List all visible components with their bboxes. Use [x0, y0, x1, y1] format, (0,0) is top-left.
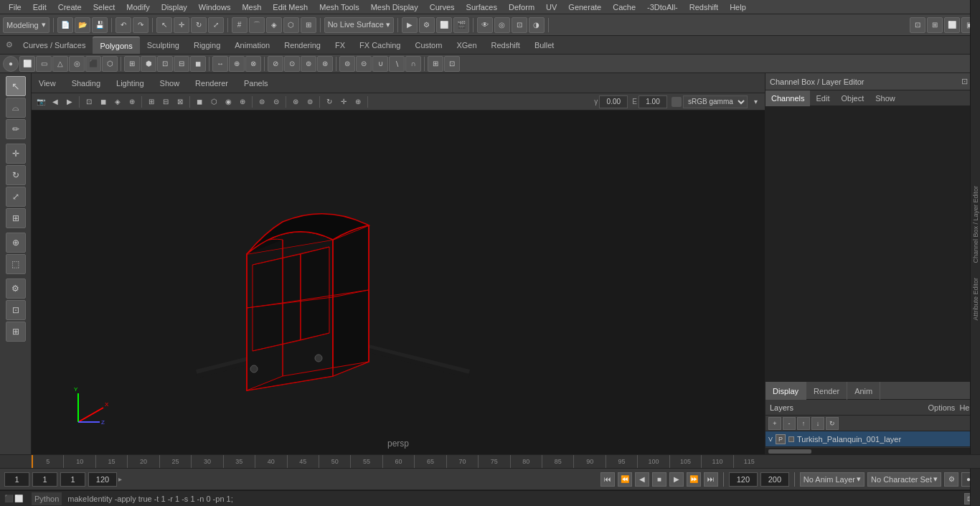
layer-item[interactable]: V P Turkish_Palanquin_001_layer: [765, 431, 980, 447]
live-surface-btn[interactable]: No Live Surface ▾: [324, 17, 394, 33]
snap-view-btn[interactable]: ⊞: [301, 17, 316, 33]
mirror-btn[interactable]: ⊞: [428, 56, 443, 72]
loop-btn[interactable]: ↔: [212, 56, 228, 72]
select-mode-faces-btn[interactable]: ◼: [193, 95, 206, 108]
viewport-menu-lighting[interactable]: Lighting: [112, 75, 149, 92]
menu-create[interactable]: Create: [52, 0, 88, 14]
show-hide-btn[interactable]: 👁: [477, 17, 493, 33]
bevel-btn[interactable]: ⊘: [268, 56, 283, 72]
del-layer-btn[interactable]: -: [783, 417, 796, 430]
viewport-menu-shading[interactable]: Shading: [67, 75, 105, 92]
mode-dropdown[interactable]: Modeling ▾: [3, 17, 50, 33]
sub-frame2-input[interactable]: [60, 472, 85, 487]
show-manip-btn[interactable]: ⊡: [6, 300, 26, 320]
tab-rigging[interactable]: Rigging: [187, 37, 227, 54]
multi-btn[interactable]: ⊗: [245, 56, 261, 72]
menu-mesh-display[interactable]: Mesh Display: [365, 0, 424, 14]
menu-display[interactable]: Display: [156, 0, 193, 14]
anim-layer-dropdown[interactable]: No Anim Layer ▾: [800, 472, 864, 487]
poly-fill-btn[interactable]: ◼: [190, 56, 206, 72]
stop-btn[interactable]: ■: [652, 472, 666, 487]
snap-grid-btn[interactable]: #: [232, 17, 248, 33]
timeline-ruler[interactable]: 5 10 15 20 25 30 35 40 45 50 55 60 65 70…: [0, 454, 980, 469]
step-fwd-btn[interactable]: ⏩: [687, 472, 701, 487]
layout-btn1[interactable]: ⊡: [910, 17, 925, 33]
gamma-options-btn[interactable]: ▾: [749, 95, 762, 108]
tab-channels[interactable]: Channels: [765, 90, 810, 106]
python-label[interactable]: Python: [32, 492, 62, 505]
tab-redshift[interactable]: Redshift: [484, 37, 527, 54]
move-tool-btn[interactable]: ✛: [6, 144, 26, 164]
region-select-btn[interactable]: ⬚: [6, 254, 26, 274]
tumble-btn[interactable]: ↻: [323, 95, 336, 108]
render-region-btn[interactable]: ⬜: [436, 17, 452, 33]
tab-polygons[interactable]: Polygons: [93, 37, 139, 54]
tab-custom[interactable]: Custom: [408, 37, 450, 54]
bool-union-btn[interactable]: ∪: [372, 56, 388, 72]
wireframe-vp-btn[interactable]: ⊡: [83, 95, 95, 108]
tab-fx-caching[interactable]: FX Caching: [352, 37, 407, 54]
settings-icon[interactable]: ⚙: [3, 39, 16, 52]
layer-scroll-thumb[interactable]: [768, 449, 811, 454]
go-start-btn[interactable]: ⏮: [600, 472, 615, 487]
render-btn[interactable]: ▶: [402, 17, 418, 33]
menu-mesh-tools[interactable]: Mesh Tools: [314, 0, 364, 14]
menu-cache[interactable]: Cache: [607, 0, 641, 14]
play-back-btn[interactable]: ◀: [635, 472, 649, 487]
viewport-menu-view[interactable]: View: [34, 75, 60, 92]
poly-cube-btn[interactable]: ⬜: [19, 56, 35, 72]
timeline-settings-btn[interactable]: ⚙: [944, 472, 958, 487]
prev-frame-btn[interactable]: ◀: [49, 95, 62, 108]
layers-options-btn[interactable]: Options: [928, 403, 955, 412]
tab-render[interactable]: Render: [806, 382, 847, 400]
layer-v-toggle[interactable]: V: [768, 436, 773, 443]
menu-3dtoall[interactable]: -3DtoAll-: [641, 0, 684, 14]
viewport-menu-show[interactable]: Show: [156, 75, 184, 92]
exposure-input[interactable]: [639, 95, 667, 108]
tab-object[interactable]: Object: [835, 90, 870, 106]
symmetry-btn[interactable]: ⊡: [444, 56, 460, 72]
dolly-btn[interactable]: ⊕: [352, 95, 364, 108]
ring-btn[interactable]: ⊕: [229, 56, 245, 72]
render-settings-btn[interactable]: ⚙: [419, 17, 435, 33]
poly-bridge-btn[interactable]: ⊟: [174, 56, 189, 72]
poly-smooth-btn[interactable]: ⬢: [141, 56, 156, 72]
paint-tool-btn[interactable]: ✏: [6, 119, 26, 139]
bool-inter-btn[interactable]: ∩: [405, 56, 421, 72]
gamma-input[interactable]: [599, 95, 628, 108]
isolate-vp-btn[interactable]: ⊕: [126, 95, 138, 108]
manip-tool-btn[interactable]: ⊞: [6, 208, 26, 228]
poly-torus-btn[interactable]: ◎: [69, 56, 85, 72]
menu-windows[interactable]: Windows: [193, 0, 237, 14]
win-close-btn[interactable]: ⬛: [4, 495, 13, 502]
sub-frame-input[interactable]: [32, 472, 57, 487]
overlay-btn[interactable]: ⊠: [174, 95, 187, 108]
xray-btn[interactable]: ◈: [111, 95, 124, 108]
menu-help[interactable]: Help: [724, 0, 752, 14]
snap-curve-btn[interactable]: ⌒: [249, 17, 265, 33]
hud-btn[interactable]: ⊟: [159, 95, 172, 108]
move-btn[interactable]: ✛: [174, 17, 189, 33]
current-frame-input[interactable]: [4, 472, 29, 487]
viewport-canvas[interactable]: X Y Z persp: [32, 111, 765, 454]
separate-btn[interactable]: ⊝: [356, 56, 372, 72]
menu-generate[interactable]: Generate: [562, 0, 607, 14]
merge-btn[interactable]: ⊙: [284, 56, 300, 72]
combine-btn[interactable]: ⊜: [339, 56, 355, 72]
tool-settings-btn[interactable]: ⚙: [6, 278, 26, 299]
char-set-dropdown[interactable]: No Character Set ▾: [867, 472, 941, 487]
menu-select[interactable]: Select: [88, 0, 121, 14]
next-frame-btn[interactable]: ▶: [63, 95, 76, 108]
new-btn[interactable]: 📄: [57, 17, 73, 33]
undo-btn[interactable]: ↶: [116, 17, 131, 33]
shading-btn[interactable]: ◑: [529, 17, 545, 33]
frame-end-input[interactable]: [88, 472, 117, 487]
render-seq-btn[interactable]: 🎬: [453, 17, 469, 33]
go-end-btn[interactable]: ⏭: [704, 472, 718, 487]
rotate-tool-btn[interactable]: ↻: [6, 165, 26, 185]
scale-btn[interactable]: ⤢: [208, 17, 224, 33]
poly-extrude-btn[interactable]: ⊡: [157, 56, 173, 72]
grid-vp-btn[interactable]: ⊞: [145, 95, 158, 108]
layer-scrollbar[interactable]: [765, 447, 980, 454]
grid-btn[interactable]: ⊞: [6, 322, 26, 342]
